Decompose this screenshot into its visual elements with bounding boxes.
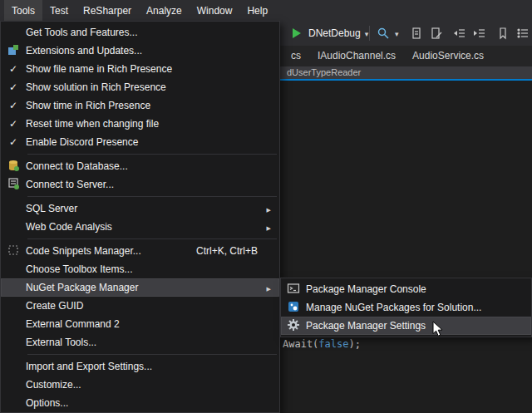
menu-item-code-snippets-manager[interactable]: Code Snippets Manager... Ctrl+K, Ctrl+B: [1, 242, 279, 260]
submenu-arrow-icon: [267, 203, 271, 214]
nuget-icon: [287, 300, 300, 316]
console-icon: [287, 282, 300, 297]
menubar-item-analyze[interactable]: Analyze: [139, 0, 190, 21]
menu-item-options[interactable]: Options...: [1, 394, 279, 412]
tab-audioservice[interactable]: AudioService.cs: [404, 46, 492, 66]
server-icon: [7, 177, 20, 193]
start-debug-button[interactable]: DNetDebug: [289, 21, 368, 46]
submenu-arrow-icon: [267, 221, 271, 233]
menu-shortcut: Ctrl+K, Ctrl+B: [181, 245, 258, 257]
menu-separator: [27, 196, 277, 197]
search-icon: [376, 26, 391, 41]
code-line: Await(false);: [283, 338, 361, 350]
menubar-item-tools[interactable]: Tools: [4, 0, 42, 21]
tab-partial[interactable]: cs: [283, 46, 309, 66]
indent-icon: [472, 26, 487, 41]
edit-file-button[interactable]: [429, 21, 444, 46]
bookmark-icon: [495, 26, 510, 41]
mouse-cursor: [432, 321, 444, 340]
run-config-label: DNetDebug: [308, 27, 361, 39]
chevron-down-icon: [395, 27, 399, 39]
menu-separator: [27, 354, 277, 355]
menu-item-connect-to-server[interactable]: Connect to Server...: [1, 175, 279, 194]
menu-item-package-manager-settings[interactable]: Package Manager Settings: [281, 317, 531, 335]
menubar-item-test[interactable]: Test: [42, 0, 76, 21]
menu-item-package-manager-console[interactable]: Package Manager Console: [281, 280, 531, 298]
run-icon: [289, 26, 304, 41]
navbar-member-label: dUserTypeReader: [287, 67, 361, 77]
menubar-item-window[interactable]: Window: [190, 0, 240, 21]
task-list-button[interactable]: [515, 21, 530, 46]
menu-item-import-export-settings[interactable]: Import and Export Settings...: [1, 357, 279, 376]
menubar-item-help[interactable]: Help: [239, 0, 275, 21]
task-list-icon: [515, 26, 530, 41]
menu-item-reset-time-when-changing-file[interactable]: Reset time when changing file: [1, 115, 279, 133]
search-dropdown-button[interactable]: [376, 21, 399, 46]
nuget-submenu-popup: Package Manager Console Manage NuGet Pac…: [280, 278, 532, 337]
menu-separator: [27, 154, 277, 155]
menu-item-extensions-and-updates[interactable]: Extensions and Updates...: [1, 42, 279, 60]
menu-item-get-tools-and-features[interactable]: Get Tools and Features...: [1, 23, 279, 42]
menu-item-show-time-rich-presence[interactable]: Show time in Rich Presence: [1, 96, 279, 115]
menu-item-choose-toolbox-items[interactable]: Choose Toolbox Items...: [1, 260, 279, 278]
menu-item-sql-server[interactable]: SQL Server: [1, 199, 279, 218]
extensions-icon: [7, 43, 20, 59]
document-edit-icon: [429, 26, 444, 41]
menu-item-nuget-package-manager[interactable]: NuGet Package Manager: [1, 278, 279, 297]
checkmark-icon: [9, 118, 17, 130]
menu-item-create-guid[interactable]: Create GUID: [1, 297, 279, 315]
bookmark-button[interactable]: [495, 21, 510, 46]
new-file-button[interactable]: [409, 21, 424, 46]
menu-item-show-file-name-rich-presence[interactable]: Show file name in Rich Presence: [1, 60, 279, 78]
document-icon: [409, 26, 424, 41]
tab-iaudiochannel[interactable]: IAudioChannel.cs: [309, 46, 404, 66]
submenu-arrow-icon: [267, 282, 271, 293]
menu-item-customize[interactable]: Customize...: [1, 376, 279, 394]
chevron-down-icon: [365, 27, 369, 39]
checkmark-icon: [9, 136, 17, 148]
menu-item-connect-to-database[interactable]: Connect to Database...: [1, 157, 279, 175]
toolbar-separator: [369, 26, 370, 41]
indent-button[interactable]: [472, 21, 487, 46]
menu-separator: [27, 238, 277, 239]
checkmark-icon: [9, 100, 17, 111]
menu-item-web-code-analysis[interactable]: Web Code Analysis: [1, 218, 279, 236]
menu-item-show-solution-rich-presence[interactable]: Show solution in Rich Presence: [1, 78, 279, 96]
menu-item-manage-nuget-packages-solution[interactable]: Manage NuGet Packages for Solution...: [281, 298, 531, 317]
snippets-icon: [7, 243, 20, 259]
database-icon: [7, 159, 20, 175]
menu-item-external-command-2[interactable]: External Command 2: [1, 315, 279, 333]
checkmark-icon: [9, 63, 17, 75]
menubar-item-resharper[interactable]: ReSharper: [76, 0, 139, 21]
checkmark-icon: [9, 81, 17, 93]
outdent-button[interactable]: [452, 21, 467, 46]
navigation-bar[interactable]: dUserTypeReader: [280, 66, 532, 79]
menu-item-enable-discord-presence[interactable]: Enable Discord Presence: [1, 133, 279, 151]
menu-bar: Tools Test ReSharper Analyze Window Help: [0, 0, 532, 21]
menu-item-external-tools[interactable]: External Tools...: [1, 333, 279, 352]
outdent-icon: [452, 26, 467, 41]
tools-menu-popup: Get Tools and Features... Extensions and…: [0, 21, 280, 413]
gear-icon: [287, 318, 300, 334]
vs-window: Tools Test ReSharper Analyze Window Help…: [0, 0, 532, 413]
